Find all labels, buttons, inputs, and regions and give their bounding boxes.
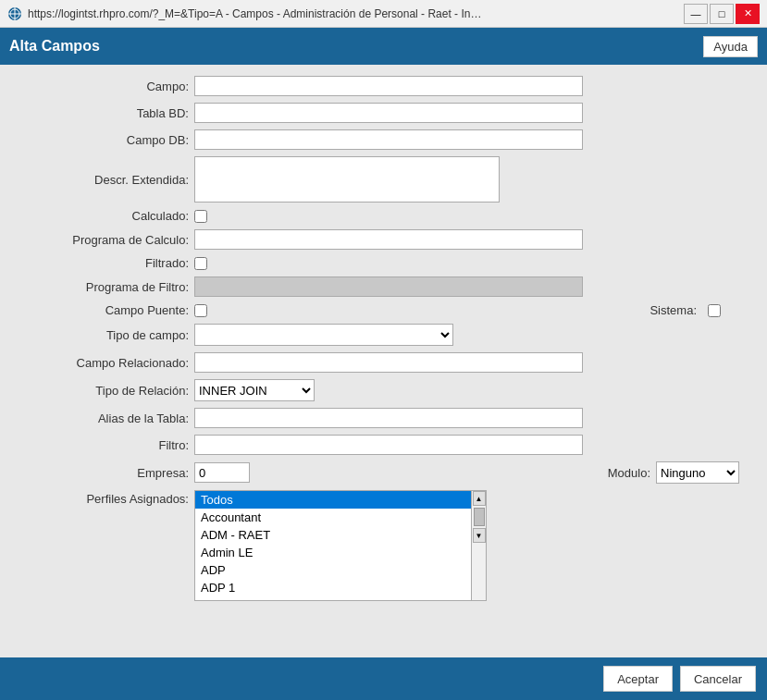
- window-controls: — □ ✕: [684, 4, 760, 24]
- campoDB-label: Campo DB:: [19, 133, 194, 147]
- campoPuente-label: Campo Puente:: [19, 303, 194, 317]
- descr-label: Descr. Extendida:: [19, 173, 194, 187]
- filtrado-row: Filtrado:: [19, 256, 748, 270]
- programaFiltro-row: Programa de Filtro:: [19, 276, 748, 297]
- empresa-part: Empresa:: [19, 462, 250, 483]
- close-button[interactable]: ✕: [736, 4, 760, 24]
- sistema-section: Sistema:: [649, 303, 748, 317]
- tipoCampo-select[interactable]: Texto Número Fecha Lógico: [194, 324, 453, 346]
- programaCalc-row: Programa de Calculo:: [19, 229, 748, 250]
- alias-row: Alias de la Tabla:: [19, 408, 748, 428]
- perfiles-scrollbar[interactable]: ▲ ▼: [472, 490, 487, 601]
- tipoRelacion-label: Tipo de Relación:: [19, 384, 194, 398]
- tipoRelacion-select[interactable]: INNER JOIN LEFT JOIN RIGHT JOIN: [194, 379, 315, 401]
- filtrado-label: Filtrado:: [19, 256, 194, 270]
- perfiles-row: Perfiles Asignados: Todos Accountant ADM…: [19, 490, 748, 601]
- modulo-select[interactable]: Ninguno Módulo 1 Módulo 2: [656, 461, 739, 484]
- tipoCampo-label: Tipo de campo:: [19, 328, 194, 342]
- programaCalc-label: Programa de Calculo:: [19, 233, 194, 247]
- campoRelacionado-row: Campo Relacionado:: [19, 352, 748, 373]
- filtro-row: Filtro:: [19, 435, 748, 455]
- perfiles-item-adp[interactable]: ADP: [195, 561, 471, 579]
- campoPuente-row: Campo Puente: Sistema:: [19, 303, 748, 317]
- perfiles-listbox-container: Todos Accountant ADM - RAET Admin LE ADP…: [194, 490, 487, 601]
- campo-row: Campo:: [19, 76, 748, 96]
- perfiles-item-todos[interactable]: Todos: [195, 491, 471, 509]
- empresa-modulo-row: Empresa: Modulo: Ninguno Módulo 1 Módulo…: [19, 461, 748, 484]
- descr-input[interactable]: [194, 156, 500, 203]
- programaFiltro-input[interactable]: [194, 276, 583, 297]
- maximize-button[interactable]: □: [710, 4, 734, 24]
- perfiles-label: Perfiles Asignados:: [19, 492, 194, 506]
- campoDB-row: Campo DB:: [19, 129, 748, 150]
- empresa-input[interactable]: [194, 462, 250, 483]
- modulo-part: Modulo: Ninguno Módulo 1 Módulo 2: [608, 461, 748, 484]
- title-bar: https://logintst.rhpro.com/?_M=&Tipo=A -…: [0, 0, 767, 28]
- alias-label: Alias de la Tabla:: [19, 411, 194, 425]
- aceptar-button[interactable]: Aceptar: [603, 666, 673, 692]
- title-bar-url: https://logintst.rhpro.com/?_M=&Tipo=A -…: [28, 7, 678, 20]
- perfiles-item-adm-raet[interactable]: ADM - RAET: [195, 526, 471, 544]
- calculado-checkbox[interactable]: [194, 210, 207, 223]
- scroll-down-button[interactable]: ▼: [473, 528, 486, 543]
- tablaBD-input[interactable]: [194, 103, 583, 123]
- app-header: Alta Campos Ayuda: [0, 28, 767, 65]
- tipoRelacion-row: Tipo de Relación: INNER JOIN LEFT JOIN R…: [19, 379, 748, 401]
- footer: Aceptar Cancelar: [0, 657, 767, 700]
- scroll-up-button[interactable]: ▲: [473, 491, 486, 506]
- scroll-thumb[interactable]: [474, 508, 485, 526]
- descr-row: Descr. Extendida:: [19, 156, 748, 203]
- app-title: Alta Campos: [9, 38, 100, 55]
- minimize-button[interactable]: —: [684, 4, 708, 24]
- campoRelacionado-input[interactable]: [194, 352, 583, 373]
- sistema-checkbox[interactable]: [708, 304, 721, 317]
- campo-label: Campo:: [19, 80, 194, 93]
- calculado-label: Calculado:: [19, 209, 194, 223]
- programaFiltro-label: Programa de Filtro:: [19, 280, 194, 294]
- campo-input[interactable]: [194, 76, 583, 96]
- filtro-input[interactable]: [194, 435, 583, 455]
- perfiles-item-adp-consulta[interactable]: ADP Consulta: [195, 596, 471, 601]
- perfiles-listbox[interactable]: Todos Accountant ADM - RAET Admin LE ADP…: [194, 490, 472, 601]
- cancelar-button[interactable]: Cancelar: [680, 666, 756, 692]
- campoRelacionado-label: Campo Relacionado:: [19, 356, 194, 370]
- main-content: Campo: Tabla BD: Campo DB: Descr. Extend…: [0, 65, 767, 657]
- programaCalc-input[interactable]: [194, 229, 583, 250]
- perfiles-item-admin-le[interactable]: Admin LE: [195, 544, 471, 561]
- help-button[interactable]: Ayuda: [703, 36, 758, 57]
- campoDB-input[interactable]: [194, 129, 583, 150]
- perfiles-item-adp1[interactable]: ADP 1: [195, 579, 471, 596]
- calculado-row: Calculado:: [19, 209, 748, 223]
- filtrado-checkbox[interactable]: [194, 257, 207, 270]
- empresa-label: Empresa:: [19, 466, 194, 480]
- campoPuente-left: Campo Puente:: [19, 303, 207, 317]
- sistema-label: Sistema:: [649, 303, 702, 317]
- tablaBD-row: Tabla BD:: [19, 103, 748, 123]
- alias-input[interactable]: [194, 408, 583, 428]
- filtro-label: Filtro:: [19, 438, 194, 452]
- browser-icon: [7, 6, 22, 21]
- perfiles-item-accountant[interactable]: Accountant: [195, 509, 471, 526]
- campoPuente-checkbox[interactable]: [194, 304, 207, 317]
- modulo-label: Modulo:: [608, 466, 650, 480]
- tablaBD-label: Tabla BD:: [19, 106, 194, 120]
- tipoCampo-row: Tipo de campo: Texto Número Fecha Lógico: [19, 324, 748, 346]
